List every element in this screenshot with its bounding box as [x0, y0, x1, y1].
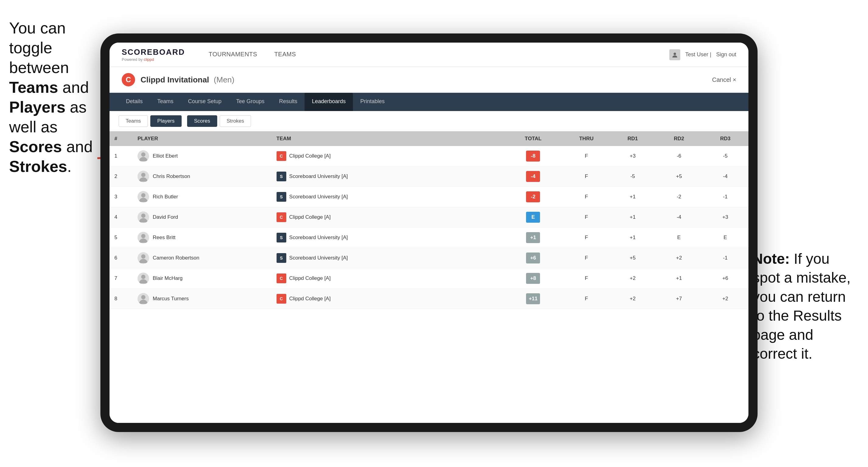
- cell-rd3: +6: [702, 268, 748, 289]
- leaderboard-table: # PLAYER TEAM TOTAL THRU RD1 RD2 RD3 1: [110, 131, 748, 423]
- player-avatar: [137, 150, 149, 162]
- tournament-category: (Men): [214, 75, 235, 84]
- player-name: Cameron Robertson: [153, 255, 199, 261]
- player-avatar: [137, 252, 149, 264]
- cell-thru: F: [563, 268, 610, 289]
- tournament-logo: C: [122, 73, 135, 86]
- tab-details[interactable]: Details: [119, 93, 150, 111]
- sub-nav: Details Teams Course Setup Tee Groups Re…: [110, 93, 748, 111]
- annotation-left: You can toggle between Teams and Players…: [9, 18, 97, 177]
- cell-player: David Ford: [133, 207, 272, 227]
- svg-point-4: [141, 193, 146, 197]
- player-avatar: [137, 171, 149, 182]
- table-row: 8 Marcus Turners C Clippd College [A] +1…: [110, 289, 748, 309]
- score-badge: -2: [526, 191, 540, 202]
- cell-rd2: -4: [656, 207, 702, 227]
- score-badge: -4: [526, 171, 540, 182]
- logo-brand: clippd: [144, 57, 154, 62]
- cell-team: C Clippd College [A]: [272, 268, 503, 289]
- tab-teams[interactable]: Teams: [150, 93, 181, 111]
- player-name: Marcus Turners: [153, 296, 189, 302]
- cell-rank: 3: [110, 187, 133, 207]
- score-badge: +8: [526, 273, 540, 284]
- toggle-teams[interactable]: Teams: [119, 115, 148, 127]
- cell-total: +1: [503, 227, 563, 248]
- cell-rd1: +1: [610, 187, 656, 207]
- cell-rd1: -5: [610, 166, 656, 187]
- cell-total: E: [503, 207, 563, 227]
- nav-teams[interactable]: TEAMS: [266, 42, 304, 67]
- cell-thru: F: [563, 207, 610, 227]
- nav-sign-out[interactable]: Sign out: [716, 52, 736, 58]
- team-logo: C: [277, 294, 286, 304]
- svg-point-3: [141, 173, 146, 177]
- cell-player: Cameron Robertson: [133, 248, 272, 268]
- svg-point-1: [674, 53, 676, 55]
- tab-leaderboards[interactable]: Leaderboards: [305, 93, 353, 111]
- cell-total: +6: [503, 248, 563, 268]
- team-name: Scoreboard University [A]: [289, 235, 348, 241]
- cell-player: Chris Robertson: [133, 166, 272, 187]
- player-avatar: [137, 293, 149, 305]
- cell-thru: F: [563, 289, 610, 309]
- team-logo: C: [277, 151, 286, 161]
- tablet-frame: SCOREBOARD Powered by clippd TOURNAMENTS…: [100, 33, 757, 432]
- team-logo: C: [277, 212, 286, 222]
- cell-rank: 4: [110, 207, 133, 227]
- svg-point-5: [141, 214, 146, 218]
- col-header-rank: #: [110, 131, 133, 146]
- cell-player: Marcus Turners: [133, 289, 272, 309]
- cell-thru: F: [563, 227, 610, 248]
- tab-results[interactable]: Results: [272, 93, 305, 111]
- table-body: 1 Elliot Ebert C Clippd College [A] -8F+…: [110, 146, 748, 309]
- tab-tee-groups[interactable]: Tee Groups: [229, 93, 272, 111]
- team-logo: S: [277, 253, 286, 263]
- cell-team: C Clippd College [A]: [272, 207, 503, 227]
- cell-player: Elliot Ebert: [133, 146, 272, 166]
- logo-sub: Powered by clippd: [122, 57, 185, 62]
- bold-strokes: Strokes: [9, 158, 67, 175]
- user-icon: [669, 49, 680, 60]
- table-row: 1 Elliot Ebert C Clippd College [A] -8F+…: [110, 146, 748, 166]
- cell-total: +11: [503, 289, 563, 309]
- cell-team: S Scoreboard University [A]: [272, 248, 503, 268]
- svg-point-7: [141, 254, 146, 258]
- svg-point-2: [141, 152, 146, 157]
- player-avatar: [137, 191, 149, 203]
- cell-rd3: -5: [702, 146, 748, 166]
- team-logo: S: [277, 192, 286, 202]
- player-name: David Ford: [153, 214, 178, 220]
- cell-rd3: +3: [702, 207, 748, 227]
- note-label: Note:: [752, 251, 790, 267]
- nav-bar: SCOREBOARD Powered by clippd TOURNAMENTS…: [110, 42, 748, 67]
- cell-rd1: +1: [610, 207, 656, 227]
- toggle-players[interactable]: Players: [150, 115, 182, 127]
- cancel-button[interactable]: Cancel ×: [712, 76, 737, 83]
- col-header-total: TOTAL: [503, 131, 563, 146]
- player-avatar: [137, 273, 149, 284]
- cell-team: S Scoreboard University [A]: [272, 166, 503, 187]
- cell-rd1: +2: [610, 268, 656, 289]
- table-row: 4 David Ford C Clippd College [A] EF+1-4…: [110, 207, 748, 227]
- score-badge: +1: [526, 232, 540, 243]
- cell-rd3: -1: [702, 248, 748, 268]
- bold-players: Players: [9, 98, 65, 116]
- nav-tournaments[interactable]: TOURNAMENTS: [200, 42, 266, 67]
- cell-rd3: -1: [702, 187, 748, 207]
- tab-printables[interactable]: Printables: [353, 93, 392, 111]
- cell-rd2: -6: [656, 146, 702, 166]
- toggle-strokes[interactable]: Strokes: [220, 115, 251, 127]
- toggle-bar: Teams Players Scores Strokes: [110, 111, 748, 131]
- cell-team: S Scoreboard University [A]: [272, 227, 503, 248]
- svg-point-6: [141, 234, 146, 238]
- col-header-team: TEAM: [272, 131, 503, 146]
- cell-rd1: +3: [610, 146, 656, 166]
- annotation-right: Note: If you spot a mistake, you can ret…: [752, 249, 859, 363]
- team-name: Scoreboard University [A]: [289, 194, 348, 200]
- tab-course-setup[interactable]: Course Setup: [181, 93, 229, 111]
- team-name: Clippd College [A]: [289, 153, 331, 159]
- cell-player: Rees Britt: [133, 227, 272, 248]
- cell-rd2: +1: [656, 268, 702, 289]
- cell-rd3: +2: [702, 289, 748, 309]
- toggle-scores[interactable]: Scores: [187, 115, 217, 127]
